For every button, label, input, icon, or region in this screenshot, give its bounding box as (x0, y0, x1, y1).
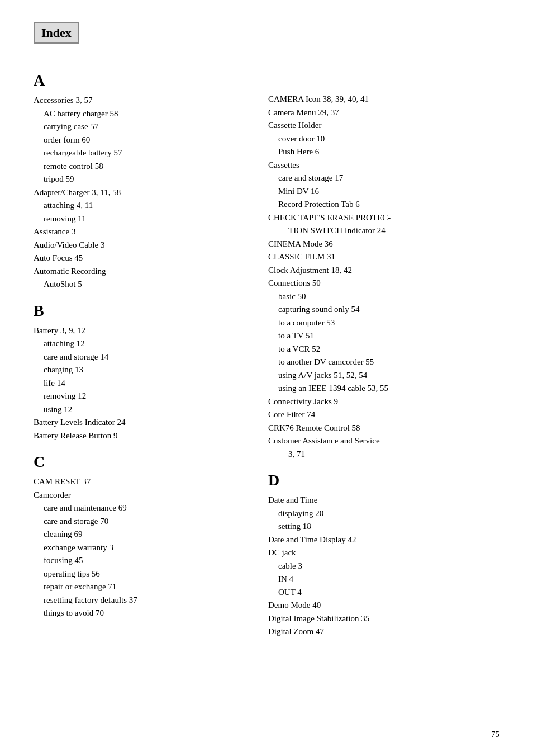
list-item: exchange warranty 3 (44, 541, 246, 554)
section-letter-d: D (268, 471, 499, 489)
list-item: operating tips 56 (44, 568, 246, 580)
list-item: order form 60 (44, 134, 246, 147)
section-c: C CAM RESET 37 Camcorder care and mainte… (34, 453, 246, 620)
list-item: TION SWITCH Indicator 24 (288, 224, 499, 237)
list-item: Camera Menu 29, 37 (268, 106, 499, 119)
page-number: 75 (491, 730, 499, 739)
list-item: Date and Time Display 42 (268, 533, 499, 546)
list-item: removing 12 (44, 390, 246, 403)
list-item: charging 13 (44, 363, 246, 376)
section-a: A Accessories 3, 57 AC battery charger 5… (34, 72, 246, 291)
list-item: Date and Time (268, 494, 499, 507)
list-item: Push Here 6 (278, 145, 499, 158)
list-item: CAMERA Icon 38, 39, 40, 41 (268, 93, 499, 106)
list-item: CAM RESET 37 (34, 475, 246, 488)
list-item: CRK76 Remote Control 58 (268, 422, 499, 434)
index-header: Index (34, 22, 79, 44)
list-item: Mini DV 16 (278, 185, 499, 198)
list-item: to a VCR 52 (278, 343, 499, 356)
list-item: Connectivity Jacks 9 (268, 395, 499, 408)
section-letter-c: C (34, 453, 246, 471)
list-item: Demo Mode 40 (268, 599, 499, 612)
list-item: care and storage 70 (44, 515, 246, 528)
list-item: Digital Image Stabilization 35 (268, 612, 499, 625)
list-item: OUT 4 (278, 586, 499, 599)
list-item: Clock Adjustment 18, 42 (268, 264, 499, 277)
list-item: Cassettes (268, 159, 499, 172)
list-item: repair or exchange 71 (44, 580, 246, 593)
page: Index A Accessories 3, 57 AC battery cha… (0, 0, 533, 756)
list-item: Battery Levels Indicator 24 (34, 416, 246, 429)
content-columns: A Accessories 3, 57 AC battery charger 5… (34, 60, 499, 639)
list-item: using 12 (44, 403, 246, 416)
list-item: attaching 4, 11 (44, 199, 246, 212)
list-item: remote control 58 (44, 160, 246, 173)
list-item: carrying case 57 (44, 120, 246, 133)
section-c-right: CAMERA Icon 38, 39, 40, 41 Camera Menu 2… (268, 93, 499, 460)
list-item: CHECK TAPE'S ERASE PROTEC- (268, 211, 499, 224)
list-item: rechargeable battery 57 (44, 147, 246, 159)
list-item: CLASSIC FILM 31 (268, 251, 499, 263)
list-item: Battery Release Button 9 (34, 429, 246, 442)
page-footer: 75 (491, 730, 499, 739)
left-column: A Accessories 3, 57 AC battery charger 5… (34, 60, 246, 639)
list-item: care and maintenance 69 (44, 502, 246, 514)
list-item: IN 4 (278, 573, 499, 585)
list-item: focusing 45 (44, 554, 246, 567)
list-item: 3, 71 (288, 448, 499, 461)
list-item: using A/V jacks 51, 52, 54 (278, 369, 499, 382)
list-item: Battery 3, 9, 12 (34, 324, 246, 337)
list-item: using an IEEE 1394 cable 53, 55 (278, 382, 499, 395)
list-item: AutoShot 5 (44, 278, 246, 291)
list-item: Auto Focus 45 (34, 252, 246, 264)
list-item: Core Filter 74 (268, 408, 499, 421)
list-item: things to avoid 70 (44, 607, 246, 620)
list-item: Camcorder (34, 489, 246, 502)
section-d: D Date and Time displaying 20 setting 18… (268, 471, 499, 638)
list-item: Adapter/Charger 3, 11, 58 (34, 186, 246, 199)
list-item: Cassette Holder (268, 119, 499, 132)
list-item: resetting factory defaults 37 (44, 594, 246, 607)
list-item: to a computer 53 (278, 316, 499, 329)
list-item: attaching 12 (44, 337, 246, 350)
list-item: CINEMA Mode 36 (268, 238, 499, 251)
list-item: Assistance 3 (34, 225, 246, 238)
list-item: DC jack (268, 546, 499, 559)
list-item: capturing sound only 54 (278, 303, 499, 316)
list-item: Accessories 3, 57 (34, 94, 246, 107)
list-item: care and storage 14 (44, 351, 246, 363)
list-item: life 14 (44, 377, 246, 390)
list-item: AC battery charger 58 (44, 107, 246, 120)
section-letter-b: B (34, 302, 246, 320)
list-item: Audio/Video Cable 3 (34, 239, 246, 252)
list-item: setting 18 (278, 520, 499, 533)
section-b: B Battery 3, 9, 12 attaching 12 care and… (34, 302, 246, 442)
list-item: Record Protection Tab 6 (278, 198, 499, 211)
list-item: cable 3 (278, 560, 499, 573)
list-item: care and storage 17 (278, 172, 499, 185)
list-item: to a TV 51 (278, 329, 499, 342)
list-item: Automatic Recording (34, 265, 246, 278)
list-item: basic 50 (278, 290, 499, 303)
list-item: Customer Assistance and Service (268, 434, 499, 447)
list-item: Connections 50 (268, 277, 499, 290)
section-letter-a: A (34, 72, 246, 89)
list-item: cleaning 69 (44, 528, 246, 541)
list-item: displaying 20 (278, 507, 499, 520)
list-item: cover door 10 (278, 133, 499, 145)
list-item: removing 11 (44, 212, 246, 225)
index-title: Index (41, 26, 72, 40)
list-item: to another DV camcorder 55 (278, 356, 499, 368)
list-item: tripod 59 (44, 173, 246, 186)
right-column: CAMERA Icon 38, 39, 40, 41 Camera Menu 2… (268, 60, 499, 639)
list-item: Digital Zoom 47 (268, 625, 499, 638)
